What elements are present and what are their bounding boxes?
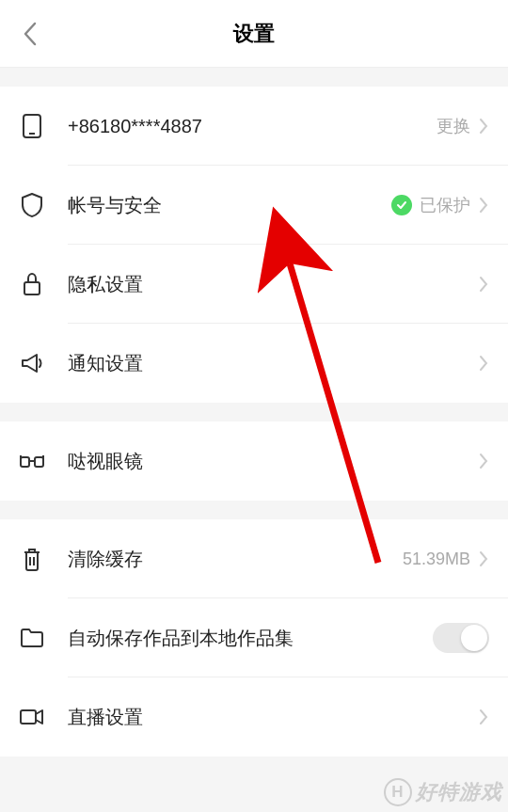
protected-label: 已保护 xyxy=(420,194,470,216)
back-button[interactable] xyxy=(19,23,41,45)
phone-icon xyxy=(19,113,45,139)
chevron-right-icon xyxy=(478,549,489,568)
row-privacy[interactable]: 隐私设置 xyxy=(0,245,508,324)
autosave-toggle[interactable] xyxy=(433,623,489,653)
privacy-label: 隐私设置 xyxy=(68,272,478,297)
lock-icon xyxy=(19,271,45,297)
svg-rect-4 xyxy=(35,457,43,467)
cache-label: 清除缓存 xyxy=(68,547,403,572)
phone-label: +86180****4887 xyxy=(68,116,437,137)
phone-change-label: 更换 xyxy=(437,115,470,137)
chevron-left-icon xyxy=(22,20,39,48)
row-notifications[interactable]: 通知设置 xyxy=(0,324,508,403)
protected-badge-icon xyxy=(391,195,412,215)
row-glasses[interactable]: 哒视眼镜 xyxy=(0,422,508,501)
watermark-icon: H xyxy=(384,778,412,806)
svg-rect-7 xyxy=(21,710,36,724)
trash-icon xyxy=(19,546,45,572)
cache-size: 51.39MB xyxy=(403,549,470,569)
chevron-right-icon xyxy=(478,275,489,294)
row-phone[interactable]: +86180****4887 更换 xyxy=(0,87,508,166)
notifications-label: 通知设置 xyxy=(68,351,478,376)
section-glasses: 哒视眼镜 xyxy=(0,422,508,501)
page-title: 设置 xyxy=(233,20,275,48)
chevron-right-icon xyxy=(478,708,489,726)
folder-icon xyxy=(19,625,45,651)
shield-icon xyxy=(19,192,45,218)
row-autosave[interactable]: 自动保存作品到本地作品集 xyxy=(0,598,508,677)
row-live-settings[interactable]: 直播设置 xyxy=(0,677,508,756)
autosave-label: 自动保存作品到本地作品集 xyxy=(68,626,433,651)
row-clear-cache[interactable]: 清除缓存 51.39MB xyxy=(0,519,508,598)
megaphone-icon xyxy=(19,350,45,376)
chevron-right-icon xyxy=(478,196,489,215)
svg-rect-2 xyxy=(24,282,40,295)
account-security-label: 帐号与安全 xyxy=(68,193,391,218)
row-account-security[interactable]: 帐号与安全 已保护 xyxy=(0,166,508,245)
watermark: H 好特游戏 xyxy=(384,778,502,806)
section-storage: 清除缓存 51.39MB 自动保存作品到本地作品集 直播设置 xyxy=(0,519,508,756)
section-account: +86180****4887 更换 帐号与安全 已保护 隐私设置 xyxy=(0,87,508,403)
live-settings-label: 直播设置 xyxy=(68,705,478,730)
chevron-right-icon xyxy=(478,354,489,373)
header: 设置 xyxy=(0,0,508,68)
video-icon xyxy=(19,704,45,730)
svg-rect-3 xyxy=(21,457,29,467)
glasses-icon xyxy=(19,448,45,474)
chevron-right-icon xyxy=(478,117,489,135)
glasses-label: 哒视眼镜 xyxy=(68,449,478,474)
chevron-right-icon xyxy=(478,452,489,470)
watermark-text: 好特游戏 xyxy=(416,778,502,806)
